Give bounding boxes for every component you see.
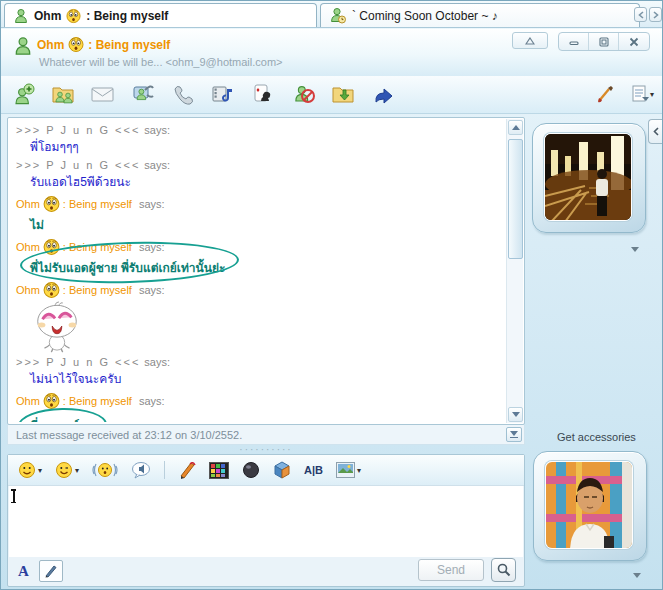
composer-toolbar: ▾ ▾: [8, 455, 524, 486]
wink-smiley-icon: [55, 461, 73, 479]
nudge-icon: [92, 461, 118, 479]
games-button[interactable]: [249, 80, 277, 108]
shared-folders-button[interactable]: [49, 80, 77, 108]
self-display-picture[interactable]: [533, 451, 647, 561]
toolbar-left-icons: [9, 80, 397, 108]
circled-message: พี่ชอบเกย์อะ: [30, 416, 93, 422]
bottom-bar-icon: [510, 437, 518, 439]
scrollbar-thumb[interactable]: [508, 139, 523, 259]
theme-brush-button[interactable]: [592, 80, 620, 108]
laughing-character-emoticon: [30, 301, 84, 353]
invite-contact-button[interactable]: [9, 80, 37, 108]
share-web-button[interactable]: [369, 80, 397, 108]
window-button-group: [558, 32, 650, 51]
contact-title: Ohm : Being myself: [37, 36, 170, 53]
chat-message: Ohm : Being myself says: ไม่: [16, 194, 506, 237]
voice-clip-button[interactable]: [129, 458, 153, 482]
circled-message: พี่ไม่รับแอดผู้ชาย พี่รับแต่เกย์เท่านั้น…: [30, 258, 225, 277]
invite-contact-icon: [10, 81, 36, 107]
handwriting-pen-icon: [178, 461, 196, 479]
block-contact-button[interactable]: [289, 80, 317, 108]
email-icon: [90, 81, 116, 107]
buddy-online-icon: [13, 8, 29, 24]
buddy-away-icon: [329, 7, 347, 24]
voice-call-button[interactable]: [169, 80, 197, 108]
activity-cube-icon: [273, 461, 291, 479]
pane-splitter[interactable]: ··········: [7, 445, 525, 454]
picture-options-arrow[interactable]: [631, 247, 639, 252]
tab-contact-name: Ohm: [34, 9, 61, 23]
video-call-button[interactable]: [129, 80, 157, 108]
jump-to-latest-button[interactable]: [506, 427, 522, 442]
contact-status-message: : Being myself: [88, 38, 170, 52]
message-author: Ohm : Being myself says:: [16, 280, 506, 300]
composer-bottom-bar: A Send: [8, 556, 524, 586]
close-button[interactable]: [619, 33, 649, 50]
scroll-up-button[interactable]: [508, 120, 523, 135]
nudge-button[interactable]: [90, 458, 120, 482]
minimize-icon: [569, 38, 579, 46]
emoticon-picker-button[interactable]: ▾: [16, 458, 44, 482]
tab-conversation-coming-soon[interactable]: ` Coming Soon October ~ ♪: [320, 3, 640, 27]
picture-options-arrow[interactable]: [633, 573, 641, 578]
get-accessories-link[interactable]: Get accessories: [557, 431, 636, 443]
chevron-down-icon: ▾: [75, 466, 79, 475]
paintbrush-icon: [595, 83, 617, 105]
smiley-icon: [18, 461, 36, 479]
send-email-button[interactable]: [89, 80, 117, 108]
activity-pack-button[interactable]: [271, 458, 293, 482]
tab-conversation-ohm[interactable]: Ohm : Being myself: [4, 3, 317, 27]
menu-button[interactable]: ▾: [628, 80, 656, 108]
last-message-status: Last message received at 23:12 on 3/10/2…: [16, 429, 242, 441]
contact-display-picture[interactable]: [532, 123, 646, 233]
audio-button[interactable]: [240, 458, 262, 482]
message-author: Ohm : Being myself says:: [16, 194, 506, 214]
chevron-left-icon: [653, 127, 659, 136]
send-button[interactable]: Send: [418, 559, 484, 581]
send-label: Send: [437, 563, 465, 577]
collapse-panel-button[interactable]: [648, 119, 662, 144]
photo-share-button[interactable]: ▾: [334, 458, 363, 482]
chat-message: >>> P J u n G <<<says: ไม่น่าไว้ใจนะครับ: [16, 356, 506, 391]
activities-button[interactable]: [209, 80, 237, 108]
minimize-button[interactable]: [559, 33, 589, 50]
chevron-down-icon: ▾: [357, 466, 361, 475]
surprised-emoticon-icon: [68, 36, 84, 53]
block-icon: [290, 81, 316, 107]
tab-scroll-left-button[interactable]: [634, 7, 647, 22]
message-author: >>> P J u n G <<<says:: [16, 124, 506, 136]
chat-history-pane[interactable]: >>> P J u n G <<<says: พี่โอมๆๆๆ >>> P J…: [7, 117, 525, 425]
message-text: ไม่: [16, 214, 506, 237]
tab-scroll-controls: [634, 7, 662, 22]
wink-picker-button[interactable]: ▾: [53, 458, 81, 482]
backgrounds-button[interactable]: [207, 458, 231, 482]
message-text: รับแอดไฮ5พีด้วยนะ: [16, 171, 506, 194]
contact-subtitle: Whatever will be will be... <ohm_9@hotma…: [39, 56, 283, 68]
media-icon: [210, 81, 236, 107]
handwriting-mode-button[interactable]: [39, 560, 63, 582]
message-input[interactable]: [9, 486, 523, 557]
chat-message: Ohm : Being myself says: พี่ชอบเกย์อะ: [16, 391, 506, 422]
message-text: [16, 300, 506, 356]
message-status-bar: Last message received at 23:12 on 3/10/2…: [7, 425, 525, 445]
text-caret: [13, 489, 15, 503]
main-toolbar: ▾: [1, 76, 663, 114]
search-button[interactable]: [491, 558, 516, 582]
message-text: พี่โอมๆๆๆ: [16, 136, 506, 159]
collapse-window-button[interactable]: [512, 32, 548, 49]
surprised-emoticon-icon: [66, 8, 81, 24]
chat-scrollbar[interactable]: [506, 119, 523, 423]
toolbar-right-icons: ▾: [592, 80, 656, 108]
file-transfer-icon: [330, 81, 356, 107]
send-files-button[interactable]: [329, 80, 357, 108]
menu-icon: [630, 84, 650, 104]
maximize-button[interactable]: [589, 33, 619, 50]
tab-scroll-right-button[interactable]: [649, 7, 662, 22]
scroll-down-button[interactable]: [508, 407, 523, 422]
font-button[interactable]: A|B: [302, 458, 325, 482]
shared-folders-icon: [50, 81, 76, 107]
audio-ball-icon: [242, 461, 260, 479]
text-mode-button[interactable]: A: [12, 563, 35, 580]
handwriting-button[interactable]: [176, 458, 198, 482]
tab-contact-status: : Being myself: [86, 9, 168, 23]
